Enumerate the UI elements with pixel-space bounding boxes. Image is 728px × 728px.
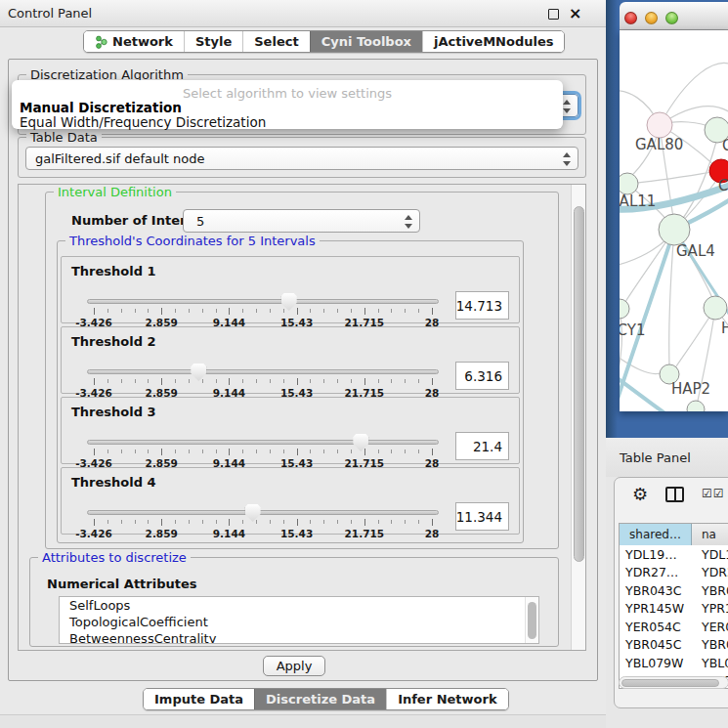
tick-mark xyxy=(418,379,419,383)
apply-button[interactable]: Apply xyxy=(263,656,325,676)
tab-style[interactable]: Style xyxy=(184,31,242,52)
table-row[interactable]: YBL079WYBL0 xyxy=(620,654,728,672)
threshold-slider[interactable]: -3.4262.8599.14415.4321.71528 xyxy=(87,433,439,464)
attribute-item[interactable]: TopologicalCoefficient xyxy=(60,614,538,630)
threshold-slider[interactable]: -3.4262.8599.14415.4321.71528 xyxy=(87,503,439,535)
threshold-value-field[interactable]: 6.316 xyxy=(455,362,509,390)
tab-discretize-data[interactable]: Discretize Data xyxy=(254,689,386,709)
node-label: GCY1 xyxy=(620,321,646,339)
tick-mark xyxy=(391,309,392,313)
number-of-intervals-combobox[interactable]: 5 xyxy=(183,209,420,233)
tick-mark xyxy=(364,449,365,455)
tick-mark xyxy=(175,309,176,313)
tab-cyni-toolbox[interactable]: Cyni Toolbox xyxy=(310,31,422,52)
tab-label: Network xyxy=(112,34,173,49)
tick-mark xyxy=(216,520,217,524)
table-cell[interactable]: YER0 xyxy=(692,618,728,636)
scrollbar-thumb[interactable] xyxy=(621,679,719,687)
network-node[interactable] xyxy=(704,296,727,320)
node-label: GAL11 xyxy=(620,193,656,210)
slider-track[interactable] xyxy=(87,299,439,304)
table-row[interactable]: YPR145WYPR1 xyxy=(620,600,728,619)
scrollbar-thumb[interactable] xyxy=(574,206,584,562)
tab-impute-data[interactable]: Impute Data xyxy=(144,689,254,709)
tick-mark xyxy=(378,379,379,383)
network-node[interactable] xyxy=(659,214,690,245)
tick-mark xyxy=(351,520,352,524)
table-cell[interactable]: YDL1 xyxy=(692,545,728,564)
zoom-traffic-light[interactable] xyxy=(665,12,678,24)
threshold-slider[interactable]: -3.4262.8599.14415.4321.71528 xyxy=(87,363,439,394)
threshold-value-field[interactable]: 11.344 xyxy=(455,502,509,531)
tick-mark xyxy=(229,308,230,315)
threshold-value-field[interactable]: 21.4 xyxy=(455,432,509,460)
table-cell[interactable]: YDL19… xyxy=(620,545,692,564)
list-scrollbar[interactable] xyxy=(525,597,538,643)
network-canvas[interactable]: GAL80GACGAL11GAL4GCY1HHAP2 xyxy=(620,30,728,411)
table-cell[interactable]: YBR0 xyxy=(692,636,728,655)
tick-mark xyxy=(418,450,419,453)
vertical-scrollbar[interactable] xyxy=(571,185,585,650)
split-columns-icon[interactable] xyxy=(665,487,684,502)
table-cell[interactable]: YBL0 xyxy=(692,654,728,672)
dropdown-option-equal-width[interactable]: Equal Width/Frequency Discretization xyxy=(20,114,266,130)
minimize-traffic-light[interactable] xyxy=(645,12,658,24)
table-cell[interactable]: YDR2 xyxy=(692,564,728,582)
list-scrollbar-thumb[interactable] xyxy=(528,602,536,639)
slider-track[interactable] xyxy=(87,369,439,374)
table-cell[interactable]: YER054C xyxy=(620,618,692,636)
dropdown-option-manual[interactable]: Manual Discretization xyxy=(20,100,182,115)
slider-track[interactable] xyxy=(87,510,439,515)
checkbox-icons[interactable]: ☑☑ xyxy=(702,487,725,500)
network-node[interactable] xyxy=(620,299,629,319)
table-cell[interactable]: YBR045C xyxy=(620,636,692,655)
tab-jactivemnodules[interactable]: jActiveMNodules xyxy=(422,31,565,52)
node-table: shared… na YDL19…YDL1YDR27…YDR2YBR043CYB… xyxy=(619,523,728,689)
tick-mark xyxy=(216,450,217,453)
tick-mark xyxy=(391,379,392,383)
table-cell[interactable]: YPR145W xyxy=(620,600,692,619)
horizontal-scrollbar[interactable] xyxy=(619,676,728,689)
network-window-titlebar[interactable] xyxy=(620,2,728,30)
tick-mark xyxy=(310,450,311,453)
column-header-name[interactable]: na xyxy=(692,524,728,545)
threshold-label: Threshold 4 xyxy=(71,475,156,490)
group-title: Interval Definition xyxy=(54,185,176,199)
tab-infer-network[interactable]: Infer Network xyxy=(386,689,507,709)
numerical-attributes-list[interactable]: SelfLoopsTopologicalCoefficientBetweenne… xyxy=(59,596,539,644)
table-row[interactable]: YBR045CYBR0 xyxy=(620,636,728,655)
tab-network[interactable]: Network xyxy=(84,31,184,52)
float-window-icon[interactable] xyxy=(548,9,559,20)
tick-mark xyxy=(121,309,122,313)
column-header-shared[interactable]: shared… xyxy=(620,524,692,545)
control-panel-titlebar: Control Panel × xyxy=(0,0,606,27)
network-node[interactable] xyxy=(620,173,638,194)
tick-label: 9.144 xyxy=(213,528,245,539)
table-rows: YDL19…YDL1YDR27…YDR2YBR043CYBR0YPR145WYP… xyxy=(620,545,728,689)
table-cell[interactable]: YBR043C xyxy=(620,581,692,600)
close-traffic-light[interactable] xyxy=(624,12,637,24)
close-icon[interactable]: × xyxy=(569,4,581,23)
table-cell[interactable]: YBL079W xyxy=(620,654,692,672)
network-node[interactable] xyxy=(687,401,705,411)
tick-mark xyxy=(337,309,338,313)
tab-select[interactable]: Select xyxy=(242,31,309,52)
threshold-slider[interactable]: -3.4262.8599.14415.4321.71528 xyxy=(87,292,439,323)
network-node[interactable] xyxy=(647,112,672,138)
slider-track[interactable] xyxy=(87,440,439,445)
table-data-combobox[interactable]: galFiltered.sif default node xyxy=(25,147,578,170)
table-row[interactable]: YBR043CYBR0 xyxy=(620,581,728,600)
attribute-item[interactable]: BetweennessCentrality xyxy=(60,630,538,644)
table-cell[interactable]: YBR0 xyxy=(692,581,728,600)
tick-mark xyxy=(229,378,230,385)
attribute-item[interactable]: SelfLoops xyxy=(60,597,538,614)
table-cell[interactable]: YPR1 xyxy=(692,600,728,619)
network-edge xyxy=(620,374,666,411)
table-row[interactable]: YDR27…YDR2 xyxy=(620,564,728,582)
table-row[interactable]: YER054CYER0 xyxy=(620,618,728,636)
gear-icon[interactable]: ⚙ xyxy=(632,484,648,504)
table-row[interactable]: YDL19…YDL1 xyxy=(620,545,728,564)
table-cell[interactable]: YDR27… xyxy=(620,564,692,582)
threshold-value-field[interactable]: 14.713 xyxy=(455,291,509,320)
node-label: HAP2 xyxy=(671,380,710,398)
